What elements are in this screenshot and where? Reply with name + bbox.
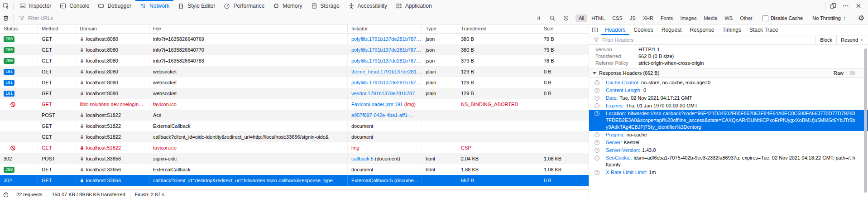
column-header-method[interactable]: Method <box>38 24 76 33</box>
tab-performance[interactable]: Performance <box>219 0 269 12</box>
filter-urls-input[interactable] <box>28 15 533 21</box>
request-row[interactable]: POSTlocalhost:51822Acse957f897-042e-4ba1… <box>0 110 589 121</box>
type-filter-css[interactable]: CSS <box>609 15 626 22</box>
request-row[interactable]: GETlocalhost:51822favicon.icoimgCSP <box>0 142 589 153</box>
header-row[interactable]: ?Set-Cookieidsrv=adf6cba1-7075-402b-9ec3… <box>589 154 868 169</box>
initiator-text[interactable]: polyfills.1791b137de281b787… <box>351 47 421 53</box>
question-icon[interactable]: ? <box>595 96 599 101</box>
column-header-type[interactable]: Type <box>422 24 457 33</box>
request-row[interactable]: 101GETlocalhost:8080websockettheme_head.… <box>0 66 589 77</box>
tab-storage[interactable]: Storage <box>307 0 344 12</box>
response-headers-section[interactable]: Response Headers (662 B) Raw <box>589 68 868 78</box>
request-row[interactable]: 302POSTlocalhost:33656signin-oidccallbac… <box>0 153 589 164</box>
header-row[interactable]: ?Server-Version1.43.0 <box>589 146 868 154</box>
details-tab-headers[interactable]: Headers <box>601 24 629 35</box>
clear-requests-button[interactable] <box>0 12 12 24</box>
question-icon[interactable]: ? <box>595 155 599 160</box>
header-row[interactable]: ?Locationbitwarden://sso-callback?code=9… <box>589 110 868 131</box>
disable-cache-control[interactable]: Disable Cache <box>759 15 806 21</box>
resend-button[interactable]: Resend <box>836 35 868 44</box>
type-filter-ws[interactable]: WS <box>721 15 736 22</box>
header-row[interactable]: ?Content-Length0 <box>589 87 868 94</box>
column-header-status[interactable]: Status <box>0 24 38 33</box>
tab-style-editor[interactable]: {}Style Editor <box>173 0 219 12</box>
question-icon[interactable]: ? <box>595 140 599 145</box>
filter-headers-input[interactable] <box>602 37 815 43</box>
pause-traffic-button[interactable] <box>533 15 545 22</box>
search-button[interactable] <box>547 15 558 22</box>
request-row[interactable]: GETlocalhost:51822callback?client_id=oid… <box>0 131 589 142</box>
details-tab-timings[interactable]: Timings <box>718 24 745 35</box>
type-filter-all[interactable]: All <box>575 15 587 22</box>
initiator-text[interactable]: e957f897-042e-4ba1-aff1-… <box>351 112 414 118</box>
question-icon[interactable]: ? <box>595 80 599 85</box>
raw-toggle[interactable] <box>846 71 855 75</box>
tab-network[interactable]: Network <box>135 0 173 12</box>
header-row[interactable]: ?ServerKestrel <box>589 139 868 146</box>
question-icon[interactable]: ? <box>595 170 599 175</box>
performance-analysis-button[interactable] <box>0 191 12 198</box>
column-header-file[interactable]: File <box>149 24 348 33</box>
tab-debugger[interactable]: Debugger <box>93 0 135 12</box>
initiator-text[interactable]: polyfills.1791b137de281b787… <box>351 58 421 63</box>
details-tab-response[interactable]: Response <box>686 24 718 35</box>
column-header-transferred[interactable]: Transferred <box>457 24 540 33</box>
lock-icon <box>80 112 84 118</box>
disable-cache-checkbox[interactable] <box>762 15 768 21</box>
initiator-text[interactable]: callback:5 <box>351 156 374 161</box>
type-filter-images[interactable]: Images <box>677 15 700 22</box>
pick-element-button[interactable] <box>0 0 12 12</box>
split-panel-toggle-button[interactable] <box>589 24 601 35</box>
request-row[interactable]: GETlocalhost:51822ExternalCallbackdocume… <box>0 121 589 131</box>
type-filter-xhr[interactable]: XHR <box>640 15 657 22</box>
tab-accessibility[interactable]: Accessibility <box>344 0 391 12</box>
type-filter-fonts[interactable]: Fonts <box>657 15 676 22</box>
header-row[interactable]: ?ExpiresThu, 01 Jan 1970 00:00:00 GMT <box>589 102 868 110</box>
tab-application[interactable]: Application <box>391 0 436 12</box>
details-tab-cookies[interactable]: Cookies <box>629 24 657 35</box>
column-header-initiator[interactable]: Initiator <box>348 24 422 33</box>
initiator-text[interactable]: vendor.1791b137de281b787… <box>351 91 420 96</box>
header-row[interactable]: ?DateTue, 02 Nov 2021 04:17:21 GMT <box>589 94 868 102</box>
method-cell: GET <box>38 142 76 153</box>
header-row[interactable]: ?X-Rate-Limit-Limit1m <box>589 169 868 176</box>
network-settings-button[interactable]: ⚙ <box>854 15 868 22</box>
question-icon[interactable]: ? <box>595 103 599 108</box>
initiator-text[interactable]: polyfills.1791b137de281b787… <box>351 80 421 85</box>
tab-console[interactable]: Console <box>55 0 93 12</box>
details-tab-request[interactable]: Request <box>657 24 686 35</box>
request-row[interactable]: 302GETlocalhost:33656callback?client_id=… <box>0 175 589 186</box>
header-row[interactable]: ?Cache-Controlno-store, no-cache, max-ag… <box>589 79 868 87</box>
details-tab-stack-trace[interactable]: Stack Trace <box>745 24 782 35</box>
type-filter-media[interactable]: Media <box>700 15 720 22</box>
request-row[interactable]: GET8bit-solutions-dev.onelogin.…favicon.… <box>0 99 589 110</box>
throttling-select[interactable]: No Throttling <box>809 15 851 22</box>
request-row[interactable]: 200GETlocalhost:8080info?t=1635826640769… <box>0 34 589 44</box>
tab-inspector[interactable]: Inspector <box>15 0 55 12</box>
request-row[interactable]: 200GETlocalhost:8080info?t=1635826640783… <box>0 55 589 66</box>
column-header-size[interactable]: Size <box>540 24 589 33</box>
initiator-text[interactable]: polyfills.1791b137de281b787… <box>351 36 421 42</box>
request-row[interactable]: 200GETlocalhost:8080info?t=1635826640770… <box>0 44 589 55</box>
request-row[interactable]: 101GETlocalhost:8080websocketpolyfills.1… <box>0 77 589 88</box>
type-filter-html[interactable]: HTML <box>588 15 608 22</box>
question-icon[interactable]: ? <box>595 132 599 137</box>
header-row[interactable]: ?Pragmano-cache <box>589 131 868 139</box>
close-devtools-button[interactable] <box>853 2 864 10</box>
initiator-text[interactable]: FaviconLoader.jsm:191 <box>351 102 403 107</box>
request-row[interactable]: 200GETlocalhost:33656ExternalCallbackdoc… <box>0 164 589 175</box>
question-icon[interactable]: ? <box>595 111 599 116</box>
type-filter-other[interactable]: Other <box>737 15 756 22</box>
request-row[interactable]: 101GETlocalhost:8080websocketvendor.1791… <box>0 88 589 99</box>
responsive-design-mode-button[interactable] <box>827 2 839 10</box>
block-url-button[interactable] <box>560 15 572 22</box>
more-menu-button[interactable] <box>840 2 852 10</box>
type-filter-js[interactable]: JS <box>627 15 639 22</box>
question-icon[interactable]: ? <box>595 88 599 93</box>
column-header-domain[interactable]: Domain <box>76 24 149 33</box>
initiator-text[interactable]: theme_head.1791b137de281… <box>351 69 422 74</box>
block-button[interactable]: Block <box>815 35 836 44</box>
question-icon[interactable]: ? <box>595 148 599 153</box>
tab-memory[interactable]: Memory <box>269 0 306 12</box>
scrollbar-thumb[interactable] <box>864 49 867 193</box>
